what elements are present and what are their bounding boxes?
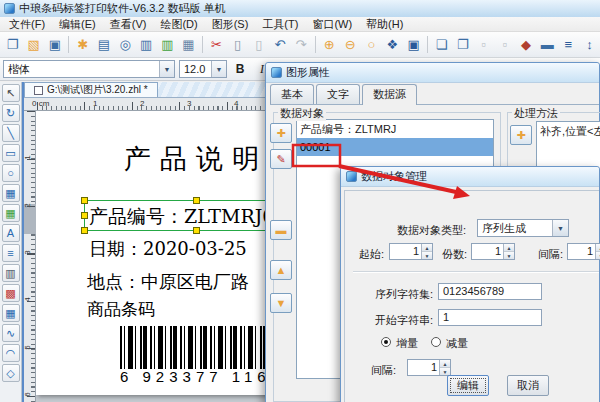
distribute-icon[interactable]: ↕ <box>579 34 600 56</box>
chevron-down-icon[interactable]: ▼ <box>211 61 226 77</box>
chevron-down-icon[interactable]: ▼ <box>552 220 568 236</box>
move-down-button[interactable]: ▼ <box>270 293 292 313</box>
dialog-title-bar[interactable]: 图形属性 <box>266 63 599 83</box>
decrease-radio[interactable] <box>431 337 441 347</box>
selection-handle[interactable] <box>193 197 200 204</box>
menu-view[interactable]: 查看(V) <box>103 17 154 31</box>
select-tool-icon[interactable]: ↖ <box>2 84 20 102</box>
spin-down-icon[interactable]: ▼ <box>422 252 432 259</box>
database-add-icon[interactable]: ▥ <box>157 34 178 56</box>
center-view-icon[interactable]: ▣ <box>403 34 424 56</box>
lock-icon[interactable]: ◆ <box>516 34 537 56</box>
list-item-selected[interactable]: 00001 <box>297 138 493 156</box>
database-icon[interactable]: ▥ <box>136 34 157 56</box>
polygon-tool-icon[interactable]: ◇ <box>2 364 20 382</box>
tab-basic[interactable]: 基本 <box>270 84 314 104</box>
label-title-text[interactable]: 产品说明 <box>124 141 268 177</box>
document-tab[interactable]: G:\测试\图片\3.20.zhl * <box>24 82 158 97</box>
qrcode-tool-icon[interactable]: ▩ <box>2 284 20 302</box>
selection-handle[interactable] <box>81 227 88 234</box>
spin-up-icon[interactable]: ▲ <box>596 244 600 252</box>
spin-up-icon[interactable]: ▲ <box>422 244 432 252</box>
rich-text-tool-icon[interactable]: ≡ <box>2 244 20 262</box>
gap-label: 间隔: <box>538 247 563 262</box>
zoom-in-icon[interactable]: ⊕ <box>319 34 340 56</box>
print-preview-icon[interactable]: ◎ <box>115 34 136 56</box>
align-icon[interactable]: ≡ <box>558 34 579 56</box>
menu-graphic[interactable]: 图形(S) <box>205 17 256 31</box>
decrease-label: 减量 <box>446 336 468 351</box>
list-item[interactable]: 补齐,位置<左端 <box>537 122 600 140</box>
tab-text[interactable]: 文字 <box>316 84 360 104</box>
font-family-select[interactable]: 楷体 ▼ <box>3 60 175 78</box>
save-icon[interactable]: ▣ <box>44 34 65 56</box>
product-code-text[interactable]: 产品编号：ZLTMRJ00 <box>89 204 287 230</box>
image-tool-icon[interactable]: ▦ <box>2 184 20 202</box>
type-select[interactable]: 序列生成 ▼ <box>477 219 569 237</box>
grid-icon[interactable]: ▦ <box>178 34 199 56</box>
arc-tool-icon[interactable]: ◠ <box>2 344 20 362</box>
menu-window[interactable]: 窗口(W) <box>305 17 359 31</box>
curve-tool-icon[interactable]: ∿ <box>2 324 20 342</box>
print-icon[interactable]: ▤ <box>93 34 114 56</box>
menu-help[interactable]: 帮助(H) <box>359 17 410 31</box>
cut-icon[interactable]: ✂ <box>206 34 227 56</box>
new-document-icon[interactable]: ❐ <box>2 34 23 56</box>
undo-icon[interactable]: ↶ <box>269 34 290 56</box>
zoom-icon[interactable]: ○ <box>361 34 382 56</box>
table-tool-icon[interactable]: ▦ <box>2 304 20 322</box>
copies-spinner[interactable]: 1 ▲▼ <box>471 243 515 260</box>
image-color-tool-icon[interactable]: ▦ <box>2 204 20 222</box>
location-text[interactable]: 地点：中原区电厂路 <box>87 270 249 294</box>
date-text[interactable]: 日期：2020-03-25 <box>89 237 247 261</box>
document-tab-label: G:\测试\图片\3.20.zhl * <box>47 83 148 97</box>
spin-down-icon[interactable]: ▼ <box>504 252 514 259</box>
paste-icon[interactable]: ▯ <box>227 34 248 56</box>
cancel-button[interactable]: 取消 <box>507 375 549 396</box>
group-icon[interactable]: ❏ <box>431 34 452 56</box>
start-string-input[interactable]: 1 <box>438 309 542 326</box>
text-tool-icon[interactable]: A <box>2 224 20 242</box>
spin-up-icon[interactable]: ▲ <box>440 360 450 368</box>
settings-icon[interactable]: ✱ <box>72 34 93 56</box>
ungroup-icon[interactable]: ❐ <box>452 34 473 56</box>
barcode-caption-text[interactable]: 商品条码 <box>87 298 155 321</box>
ellipse-tool-icon[interactable]: ○ <box>2 164 20 182</box>
menu-edit[interactable]: 编辑(E) <box>52 17 103 31</box>
add-data-button[interactable]: ✚ <box>270 123 292 143</box>
open-folder-icon[interactable]: ▧ <box>23 34 44 56</box>
dialog-title-bar[interactable]: 数据对象管理 <box>341 167 599 187</box>
list-item[interactable]: 产品编号：ZLTMRJ <box>297 120 493 138</box>
gap-spinner[interactable]: 1 ▲▼ <box>567 243 600 260</box>
spin-up-icon[interactable]: ▲ <box>504 244 514 252</box>
edit-button[interactable]: 编辑 <box>447 375 489 396</box>
charset-input[interactable]: 0123456789 <box>438 283 542 300</box>
start-spinner[interactable]: 1 ▲▼ <box>389 243 433 260</box>
menu-file[interactable]: 文件(F) <box>2 17 52 31</box>
interval-spinner[interactable]: 1 ▲▼ <box>407 359 451 376</box>
object-color-icon[interactable]: ▬ <box>537 34 558 56</box>
edit-data-button[interactable]: ✎ <box>270 149 292 169</box>
ruler-tick: 6 <box>23 392 32 396</box>
font-size-select[interactable]: 12.0 ▼ <box>179 60 227 78</box>
move-up-button[interactable]: ▲ <box>270 260 292 280</box>
line-tool-icon[interactable]: ╲ <box>2 124 20 142</box>
barcode-tool-icon[interactable]: ▥ <box>2 264 20 282</box>
spin-down-icon[interactable]: ▼ <box>596 252 600 259</box>
menu-tools[interactable]: 工具(T) <box>255 17 305 31</box>
bold-button[interactable]: B <box>231 60 249 78</box>
rounded-rect-tool-icon[interactable]: ▭ <box>2 144 20 162</box>
remove-data-button[interactable]: ▬ <box>270 220 292 240</box>
menu-draw[interactable]: 绘图(D) <box>153 17 204 31</box>
tab-data-source[interactable]: 数据源 <box>362 84 417 105</box>
fit-window-icon[interactable]: ❖ <box>382 34 403 56</box>
rotate-tool-icon[interactable]: ↻ <box>2 104 20 122</box>
increase-radio[interactable] <box>381 337 391 347</box>
add-process-button[interactable]: ✚ <box>510 125 532 145</box>
selection-handle[interactable] <box>81 212 88 219</box>
spin-down-icon[interactable]: ▼ <box>440 368 450 375</box>
selection-handle[interactable] <box>81 197 88 204</box>
zoom-out-icon[interactable]: ⊖ <box>340 34 361 56</box>
chevron-down-icon[interactable]: ▼ <box>159 61 174 77</box>
title-bar: 中琅条码标签打印软件-V6.3.2 数码版 单机 <box>0 0 600 17</box>
